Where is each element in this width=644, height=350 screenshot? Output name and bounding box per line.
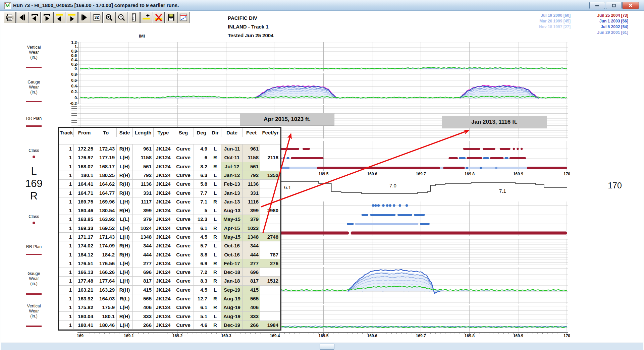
table-cell: 399 bbox=[133, 206, 154, 215]
table-cell: JK124 bbox=[154, 268, 173, 277]
table-cell: Curve bbox=[173, 268, 194, 277]
scrollbar-thumb[interactable] bbox=[320, 344, 334, 350]
table-cell: 175.82 bbox=[74, 303, 95, 312]
table-cell: Curve bbox=[173, 250, 194, 259]
table-cell: R bbox=[209, 233, 221, 241]
table-cell: 961 bbox=[243, 144, 260, 153]
table-cell: 2118 bbox=[260, 153, 280, 162]
horizontal-scrollbar[interactable] bbox=[1, 343, 643, 350]
table-cell: 696 bbox=[243, 268, 260, 277]
table-cell: 5.7 bbox=[194, 241, 209, 250]
table-cell: 169.52 bbox=[95, 224, 117, 233]
table-cell: 1 bbox=[59, 153, 74, 162]
table-cell: 1 bbox=[59, 197, 74, 206]
table-header-cell: Date bbox=[221, 128, 243, 137]
table-cell: R bbox=[209, 259, 221, 268]
table-cell bbox=[260, 162, 280, 171]
table-cell: 331 bbox=[133, 188, 154, 197]
table-cell: 180.54 bbox=[95, 206, 117, 215]
table-cell: L(H) bbox=[117, 321, 133, 330]
table-cell: JK124 bbox=[154, 144, 173, 153]
table-cell: L(H) bbox=[117, 303, 133, 312]
table-cell: 166.13 bbox=[74, 268, 95, 277]
table-cell: 8.8 bbox=[194, 250, 209, 259]
table-cell: 163.92 bbox=[95, 215, 117, 224]
table-cell: 163.92 bbox=[74, 294, 95, 303]
table-cell: R(H) bbox=[117, 188, 133, 197]
table-cell: JK124 bbox=[154, 224, 173, 233]
table-cell: 180.46 bbox=[74, 206, 95, 215]
table-cell: Jan-13 bbox=[221, 188, 243, 197]
table-cell bbox=[260, 197, 280, 206]
table-cell: 1 bbox=[59, 162, 74, 171]
table-cell: 415 bbox=[243, 286, 260, 294]
table-cell: 276 bbox=[260, 259, 280, 268]
table-cell: 266 bbox=[243, 321, 260, 330]
table-cell: 4.6 bbox=[194, 321, 209, 330]
table-cell: Curve bbox=[173, 294, 194, 303]
table-cell: May-15 bbox=[221, 215, 243, 224]
table-cell: 1 bbox=[59, 233, 74, 241]
table-cell: 444 bbox=[243, 250, 260, 259]
table-cell: L(L) bbox=[117, 215, 133, 224]
table-cell: Curve bbox=[173, 233, 194, 241]
table-cell: L bbox=[209, 188, 221, 197]
table-cell: 180.1 bbox=[95, 312, 117, 320]
table-cell: 176.56 bbox=[95, 259, 117, 268]
table-cell: Aug-13 bbox=[221, 206, 243, 215]
table-cell: Sep-19 bbox=[221, 286, 243, 294]
table-cell: R(H) bbox=[117, 171, 133, 180]
table-cell: 1 bbox=[59, 277, 74, 285]
table-cell: Aug-19 bbox=[221, 312, 243, 320]
table-header-cell: Dir bbox=[209, 128, 221, 137]
table-cell: 565 bbox=[133, 294, 154, 303]
table-cell: 344 bbox=[243, 241, 260, 250]
table-cell: Apr-15 bbox=[221, 224, 243, 233]
table-cell: R(L) bbox=[117, 294, 133, 303]
table-cell bbox=[260, 224, 280, 233]
table-cell: L bbox=[209, 206, 221, 215]
table-cell: L bbox=[209, 286, 221, 294]
table-cell: 331 bbox=[243, 188, 260, 197]
table-cell: Feb-13 bbox=[221, 180, 243, 188]
table-cell: 444 bbox=[133, 250, 154, 259]
table-cell: 169.33 bbox=[74, 224, 95, 233]
table-cell: JK124 bbox=[154, 259, 173, 268]
table-blank-row bbox=[59, 137, 280, 144]
table-cell bbox=[260, 188, 280, 197]
table-cell: 415 bbox=[133, 286, 154, 294]
table-cell: 1 bbox=[59, 215, 74, 224]
table-cell: Dec-18 bbox=[221, 268, 243, 277]
table-cell: 176.51 bbox=[74, 259, 95, 268]
table-cell: JK124 bbox=[154, 197, 173, 206]
table-cell: 1 bbox=[59, 250, 74, 259]
table-cell: L(H) bbox=[117, 224, 133, 233]
table-cell: 379 bbox=[243, 215, 260, 224]
table-cell: JK124 bbox=[154, 206, 173, 215]
table-cell: 1136 bbox=[133, 180, 154, 188]
table-cell: JK124 bbox=[154, 162, 173, 171]
table-cell: 1 bbox=[59, 241, 74, 250]
table-cell: 817 bbox=[243, 277, 260, 285]
table-cell: 172.25 bbox=[74, 144, 95, 153]
table-cell: 177.64 bbox=[95, 277, 117, 285]
table-cell: 266 bbox=[133, 321, 154, 330]
table-cell: 176.97 bbox=[74, 153, 95, 162]
table-cell: 344 bbox=[133, 241, 154, 250]
table-cell: Oct-16 bbox=[221, 250, 243, 259]
table-header-cell: Type bbox=[154, 128, 173, 137]
table-cell: Aug-19 bbox=[221, 294, 243, 303]
table-cell: 2980 bbox=[260, 206, 280, 215]
table-cell: 163.29 bbox=[95, 286, 117, 294]
table-cell: R(H) bbox=[117, 250, 133, 259]
table-cell: 1023 bbox=[243, 224, 260, 233]
table-cell: Curve bbox=[173, 197, 194, 206]
table-cell: Jun-11 bbox=[221, 144, 243, 153]
table-cell: R bbox=[209, 294, 221, 303]
table-cell: JK124 bbox=[154, 233, 173, 241]
table-cell: R(H) bbox=[117, 241, 133, 250]
table-cell: Curve bbox=[173, 153, 194, 162]
curve-table[interactable]: TrackFromToSideLengthTypeSegDegDirDateFe… bbox=[58, 127, 281, 331]
table-cell: 163.21 bbox=[74, 286, 95, 294]
table-cell: 1 bbox=[59, 224, 74, 233]
